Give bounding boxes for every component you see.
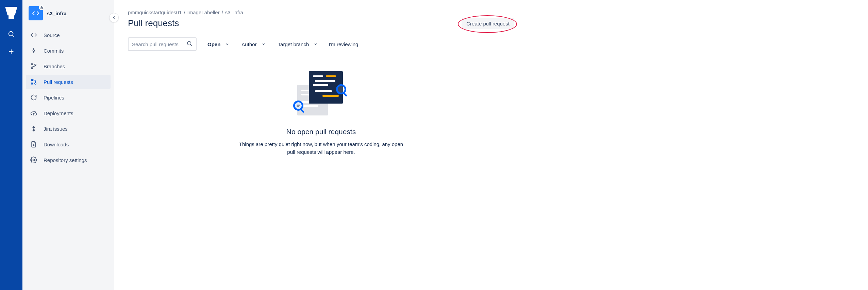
reviewing-filter-link[interactable]: I'm reviewing	[329, 41, 358, 47]
filter-label: Author	[241, 41, 256, 47]
nav-label: Pipelines	[44, 95, 64, 101]
gear-icon	[30, 156, 37, 164]
cloud-up-icon	[30, 109, 37, 117]
magnifier-icon	[336, 84, 346, 94]
svg-point-16	[33, 159, 35, 161]
empty-state: No open pull requests Things are pretty …	[128, 71, 514, 156]
pull-request-icon	[30, 78, 37, 86]
svg-point-9	[31, 68, 33, 69]
nav-source[interactable]: Source	[26, 28, 111, 42]
filter-bar: Open Author Target branch I'm reviewing	[128, 37, 514, 51]
download-icon	[30, 141, 37, 148]
empty-state-subtitle: Things are pretty quiet right now, but w…	[238, 141, 404, 156]
magnifier-icon	[293, 101, 303, 111]
sidebar-header: s3_infra	[22, 6, 114, 20]
nav-deployments[interactable]: Deployments	[26, 106, 111, 120]
global-nav-rail	[0, 0, 22, 290]
filter-target-branch-dropdown[interactable]: Target branch	[277, 39, 319, 49]
nav-label: Downloads	[44, 142, 69, 147]
create-pull-request-button[interactable]: Create pull request	[462, 18, 514, 29]
lock-icon	[39, 5, 44, 10]
nav-commits[interactable]: Commits	[26, 43, 111, 58]
filter-state-dropdown[interactable]: Open	[206, 39, 231, 49]
svg-point-13	[35, 83, 36, 84]
jira-icon	[30, 125, 37, 132]
project-title[interactable]: s3_infra	[47, 11, 67, 16]
nav-branches[interactable]: Branches	[26, 59, 111, 73]
project-avatar[interactable]	[29, 6, 43, 20]
chevron-down-icon	[262, 41, 266, 47]
nav-label: Commits	[44, 48, 64, 54]
repo-sidebar: s3_infra Source Commits Branches	[22, 0, 114, 290]
search-icon	[186, 40, 193, 48]
nav-label: Jira issues	[44, 126, 68, 132]
nav-repo-settings[interactable]: Repository settings	[26, 153, 111, 167]
commit-icon	[30, 47, 37, 54]
svg-point-0	[9, 32, 13, 36]
empty-illustration	[294, 71, 348, 119]
breadcrumb-item[interactable]: pmmquickstartguides01	[128, 10, 182, 15]
code-icon	[30, 31, 37, 39]
svg-line-18	[190, 44, 191, 46]
breadcrumb: pmmquickstartguides01 / ImageLabeller / …	[128, 10, 514, 15]
nav-jira-issues[interactable]: Jira issues	[26, 122, 111, 136]
search-input-wrapper[interactable]	[128, 37, 197, 51]
breadcrumb-separator: /	[222, 10, 223, 15]
svg-point-17	[187, 41, 191, 45]
search-icon[interactable]	[6, 29, 16, 39]
filter-label: Target branch	[278, 41, 309, 47]
nav-label: Deployments	[44, 110, 73, 116]
breadcrumb-separator: /	[184, 10, 185, 15]
nav-pull-requests[interactable]: Pull requests	[26, 75, 111, 89]
breadcrumb-item[interactable]: ImageLabeller	[187, 10, 220, 15]
nav-label: Repository settings	[44, 157, 87, 163]
nav-label: Source	[44, 32, 60, 38]
filter-label: Open	[207, 41, 220, 47]
nav-label: Branches	[44, 64, 65, 69]
chevron-down-icon	[225, 41, 229, 47]
nav-label: Pull requests	[44, 79, 73, 85]
svg-point-11	[31, 83, 33, 84]
svg-point-10	[35, 64, 36, 66]
add-icon[interactable]	[6, 47, 16, 56]
branch-icon	[30, 62, 37, 70]
svg-rect-4	[40, 7, 42, 9]
svg-point-8	[31, 64, 33, 65]
pipelines-icon	[30, 94, 37, 101]
svg-line-1	[13, 35, 14, 37]
svg-point-5	[33, 50, 35, 52]
breadcrumb-item[interactable]: s3_infra	[225, 10, 243, 15]
page-title: Pull requests	[128, 18, 179, 29]
main-content: pmmquickstartguides01 / ImageLabeller / …	[114, 0, 528, 290]
bitbucket-logo-icon[interactable]	[5, 7, 17, 19]
nav-pipelines[interactable]: Pipelines	[26, 90, 111, 105]
sidebar-nav: Source Commits Branches Pull requests Pi…	[22, 28, 114, 168]
empty-state-title: No open pull requests	[286, 128, 356, 136]
filter-author-dropdown[interactable]: Author	[240, 39, 267, 49]
search-input[interactable]	[132, 41, 184, 47]
chevron-down-icon	[314, 41, 318, 47]
nav-downloads[interactable]: Downloads	[26, 137, 111, 151]
